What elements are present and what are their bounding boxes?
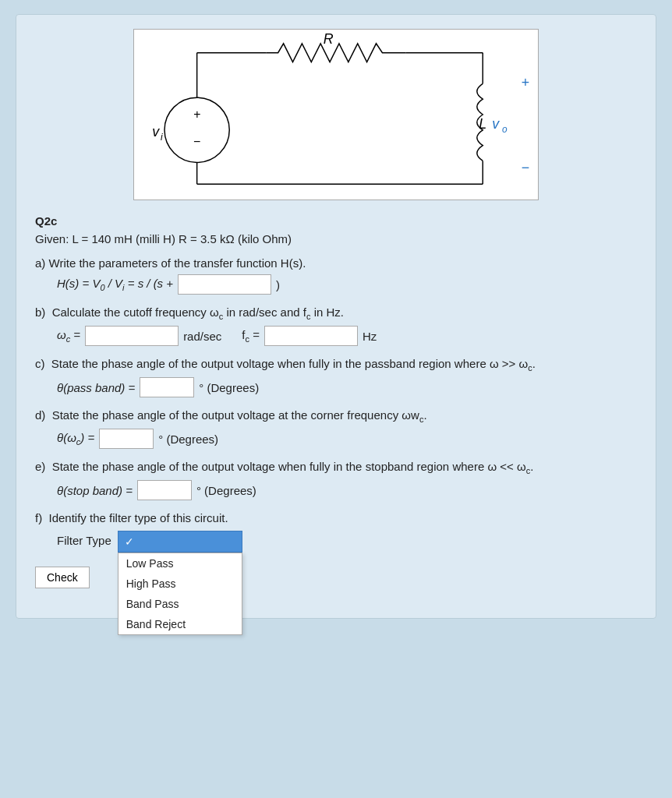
part-b-row: ωc = rad/sec fc = Hz xyxy=(57,326,637,346)
svg-text:v: v xyxy=(152,124,160,139)
svg-text:−: − xyxy=(193,135,200,148)
part-b-label: b) Calculate the cutoff frequency ωc in … xyxy=(35,305,637,321)
omega-c-input[interactable] xyxy=(85,326,179,346)
part-d: d) State the phase angle of the output v… xyxy=(35,408,637,449)
check-button[interactable]: Check xyxy=(35,567,90,588)
part-d-label: d) State the phase angle of the output v… xyxy=(35,408,637,424)
svg-text:R: R xyxy=(324,31,334,47)
part-c-row: θ(pass band) = ° (Degrees) xyxy=(57,377,637,397)
dropdown-selected[interactable]: ✓ xyxy=(118,531,242,553)
option-band-pass[interactable]: Band Pass xyxy=(118,594,242,614)
part-d-row: θ(ωc) = ° (Degrees) xyxy=(57,429,637,449)
svg-text:o: o xyxy=(502,124,508,135)
svg-text:i: i xyxy=(161,132,163,143)
main-panel: + − v i R L v o + xyxy=(16,14,656,619)
circuit-diagram: + − v i R L v o + xyxy=(133,29,539,200)
part-e-row: θ(stop band) = ° (Degrees) xyxy=(57,480,637,500)
svg-text:v: v xyxy=(492,116,500,132)
part-a: a) Write the parameters of the transfer … xyxy=(35,256,637,295)
question-id: Q2c Given: L = 140 mH (milli H) R = 3.5 … xyxy=(35,214,637,245)
filter-type-dropdown[interactable]: ✓ Low Pass High Pass Band Pass Band Reje… xyxy=(118,531,242,553)
part-a-row: H(s) = V0 / Vi = s / (s + ) xyxy=(57,274,637,295)
given-text: Given: L = 140 mH (milli H) R = 3.5 kΩ (… xyxy=(35,232,637,245)
part-f-label: f) Identify the filter type of this circ… xyxy=(35,511,637,524)
svg-text:−: − xyxy=(522,160,529,175)
option-band-reject[interactable]: Band Reject xyxy=(118,614,242,634)
checkmark-icon: ✓ xyxy=(125,535,134,548)
option-low-pass[interactable]: Low Pass xyxy=(118,553,242,574)
pass-band-input[interactable] xyxy=(140,377,194,397)
corner-freq-input[interactable] xyxy=(99,429,154,449)
dropdown-options: Low Pass High Pass Band Pass Band Reject xyxy=(118,553,242,635)
stop-band-input[interactable] xyxy=(137,480,192,500)
part-c-label: c) State the phase angle of the output v… xyxy=(35,357,637,373)
filter-type-label: Filter Type xyxy=(57,534,111,547)
part-e: e) State the phase angle of the output v… xyxy=(35,460,637,500)
svg-text:+: + xyxy=(193,108,200,121)
part-a-label: a) Write the parameters of the transfer … xyxy=(35,256,637,270)
part-b: b) Calculate the cutoff frequency ωc in … xyxy=(35,305,637,346)
part-e-label: e) State the phase angle of the output v… xyxy=(35,460,637,475)
part-a-formula: H(s) = V0 / Vi = s / (s + xyxy=(57,277,173,292)
part-c: c) State the phase angle of the output v… xyxy=(35,357,637,397)
option-high-pass[interactable]: High Pass xyxy=(118,574,242,594)
part-a-input[interactable] xyxy=(178,274,271,295)
part-f: f) Identify the filter type of this circ… xyxy=(35,511,637,588)
question-label: Q2c xyxy=(35,214,637,228)
svg-text:L: L xyxy=(479,116,486,132)
fc-input[interactable] xyxy=(264,326,358,346)
svg-text:+: + xyxy=(522,75,529,90)
